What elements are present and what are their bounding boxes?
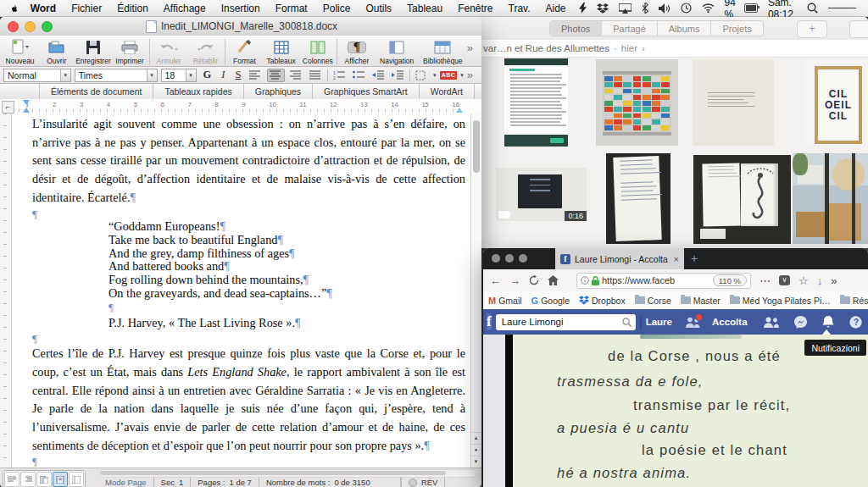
menu-item-format[interactable]: Format (268, 3, 315, 14)
new-document-button[interactable]: Nouveau (2, 38, 38, 65)
decrease-indent-button[interactable] (370, 69, 387, 81)
page-info-icon[interactable] (581, 276, 589, 285)
save-button[interactable]: Enregistrer (75, 38, 111, 65)
spotlight-icon[interactable] (807, 3, 818, 14)
tab-graphiques[interactable]: Graphiques (244, 84, 313, 99)
zoom-button[interactable] (42, 21, 53, 32)
reload-button[interactable] (529, 275, 539, 285)
time-machine-icon[interactable] (681, 3, 692, 14)
document-page[interactable]: L’insularité agit souvent comme une obse… (0, 113, 481, 468)
word-title-bar[interactable]: Inedit_LIMONGI_Marelle_300818.docx (0, 17, 481, 36)
menu-item-edition[interactable]: Édition (109, 3, 156, 14)
photo-thumbnail-planning-board[interactable] (596, 59, 678, 146)
volume-icon[interactable] (659, 3, 670, 14)
menu-item-affichage[interactable]: Affichage (156, 3, 214, 14)
facebook-search-input[interactable] (496, 314, 636, 330)
highlight-dropdown[interactable]: ABC (440, 71, 458, 80)
menu-item-outils[interactable]: Outils (358, 3, 399, 14)
right-indent-marker[interactable] (456, 108, 463, 113)
page-actions-icon[interactable]: ⋯ (760, 274, 771, 287)
hanging-indent-marker[interactable] (23, 108, 30, 113)
tab-partage[interactable]: Partagé (602, 21, 658, 36)
facebook-logo[interactable]: f (487, 313, 492, 330)
tab-albums[interactable]: Albums (658, 21, 712, 36)
undo-button[interactable]: Annuler (151, 38, 187, 65)
new-tab-button[interactable]: + (691, 252, 698, 265)
print-button[interactable]: Imprimer (112, 38, 148, 65)
tab-graphiques-smartart[interactable]: Graphiques SmartArt (313, 84, 420, 99)
library-button[interactable]: Bibliothèque (419, 38, 467, 65)
photo-thumbnail-webpage[interactable] (504, 58, 568, 147)
browse-object-button[interactable]: ● (471, 444, 481, 456)
status-track-changes[interactable]: RÉV (401, 477, 446, 487)
font-dropdown[interactable]: Times▾ (75, 69, 158, 82)
close-button[interactable] (492, 254, 500, 263)
status-view-mode[interactable]: Mode Page (98, 477, 154, 487)
notification-center-icon[interactable] (828, 6, 856, 11)
increase-indent-button[interactable] (390, 69, 406, 81)
tab-close-icon[interactable]: × (674, 254, 679, 264)
profile-name-link[interactable]: Laure (646, 317, 672, 327)
bookmark-folder-master[interactable]: Master (681, 296, 721, 306)
url-bar[interactable]: https://www.faceb 110 % (576, 273, 751, 289)
tab-photos[interactable]: Photos (550, 21, 602, 36)
columns-button[interactable]: Colonnes (299, 38, 336, 65)
bluetooth-icon[interactable] (642, 3, 648, 14)
browse-previous-button[interactable]: ▲ (471, 432, 481, 444)
first-line-indent-marker[interactable] (23, 100, 30, 105)
draft-view-button[interactable] (4, 472, 19, 487)
search-icon[interactable] (622, 318, 632, 327)
toolbar-overflow-chevron[interactable]: » (467, 38, 480, 54)
menu-item-tableau[interactable]: Tableau (399, 3, 450, 14)
numbered-list-button[interactable]: 12 (331, 69, 348, 81)
video-thumbnail-tv[interactable]: 0:16 (496, 168, 587, 221)
downloads-icon[interactable]: ↓ (817, 274, 823, 287)
menu-item-fenetre[interactable]: Fenêtre (450, 3, 500, 14)
menu-item-trav[interactable]: Trav. (501, 3, 538, 14)
menu-item-police[interactable]: Police (315, 3, 359, 14)
tab-wordart[interactable]: WordArt (420, 84, 475, 99)
show-formatting-button[interactable]: ¶ Afficher (338, 38, 375, 65)
align-center-button[interactable] (267, 69, 285, 82)
notebook-view-button[interactable] (69, 472, 84, 487)
flash-icon[interactable] (579, 3, 587, 14)
bookmark-dropbox[interactable]: Dropbox (579, 296, 626, 306)
messenger-icon[interactable] (794, 316, 807, 329)
status-word-count[interactable]: Nombre de mots :0 de 3150 (259, 477, 401, 487)
borders-caret[interactable]: ▾ (433, 72, 437, 79)
bookmark-star-icon[interactable]: ☆ (798, 274, 809, 287)
page-layout-view-button[interactable] (53, 472, 68, 487)
browse-next-button[interactable]: ▼ (471, 456, 481, 468)
justify-button[interactable] (308, 69, 324, 81)
pocket-icon[interactable]: ∨ (779, 275, 790, 285)
home-button[interactable] (548, 275, 559, 285)
search-button[interactable] (849, 20, 868, 38)
toolbar-overflow-icon[interactable]: » (831, 274, 837, 287)
video-frame[interactable]: de la Corse , nous a été trasmessa da e … (513, 335, 868, 487)
menu-item-word[interactable]: Word (23, 3, 64, 14)
redo-button[interactable]: Rétablir (187, 38, 224, 65)
minimize-button[interactable] (505, 254, 514, 263)
scrollbar-thumb[interactable] (473, 120, 480, 173)
profile-avatar[interactable] (640, 314, 642, 330)
align-right-button[interactable] (288, 69, 304, 81)
font-size-dropdown[interactable]: 18▾ (161, 69, 197, 82)
tab-projets[interactable]: Projets (711, 21, 762, 36)
album-header[interactable]: var…n et Rue des Allumettes · hier › (475, 40, 868, 58)
italic-button[interactable]: I (218, 69, 228, 81)
tab-elements-de-document[interactable]: Éléments de document (40, 84, 153, 99)
notifications-bell-icon[interactable] (822, 316, 834, 329)
zoom-level-badge[interactable]: 110 % (713, 274, 747, 286)
apple-menu-icon[interactable] (12, 3, 18, 14)
bulleted-list-button[interactable] (351, 69, 367, 81)
format-painter-button[interactable]: Format (226, 38, 263, 65)
friends-icon[interactable] (764, 317, 779, 328)
menu-item-fichier[interactable]: Fichier (64, 3, 109, 14)
bookmark-google[interactable]: GGoogle (531, 296, 570, 306)
highlight-caret[interactable]: ▾ (460, 72, 464, 79)
open-button[interactable]: Ouvrir (38, 38, 75, 65)
vertical-scrollbar[interactable]: ▲ ● ▼ (470, 113, 481, 468)
back-button[interactable]: ← (490, 274, 501, 287)
menu-item-insertion[interactable]: Insertion (214, 3, 268, 14)
tables-button[interactable]: Tableaux (263, 38, 299, 65)
